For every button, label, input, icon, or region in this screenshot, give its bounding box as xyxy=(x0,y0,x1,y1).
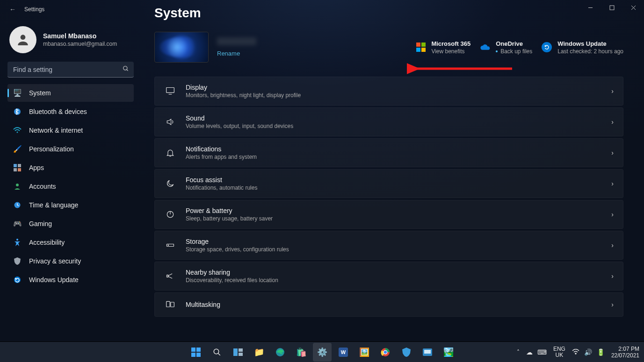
svg-rect-30 xyxy=(239,348,243,352)
gamepad-icon: 🎮 xyxy=(13,220,22,228)
svg-point-40 xyxy=(575,353,576,354)
image-viewer-icon[interactable]: 🖼️ xyxy=(355,343,374,362)
settings-item-moon[interactable]: Focus assistNotifications, automatic rul… xyxy=(154,169,623,198)
sidebar-item-personalization[interactable]: 🖌️ Personalization xyxy=(7,140,134,158)
pc-wallpaper-thumb xyxy=(154,32,209,63)
storage-icon xyxy=(165,240,175,250)
windows-update-info[interactable]: Windows Update Last checked: 2 hours ago xyxy=(542,40,623,55)
chrome-icon[interactable] xyxy=(376,343,395,362)
file-explorer-icon[interactable]: 📁 xyxy=(250,343,268,362)
word-icon[interactable]: W xyxy=(334,343,353,362)
bell-icon xyxy=(165,148,175,158)
sidebar-item-label: Windows Update xyxy=(29,276,79,284)
app-title: Settings xyxy=(24,6,44,13)
battery-tray-icon[interactable]: 🔋 xyxy=(597,348,605,356)
sidebar-item-label: Bluetooth & devices xyxy=(29,108,87,115)
settings-item-power[interactable]: Power & batterySleep, battery usage, bat… xyxy=(154,200,623,229)
card-title: Storage xyxy=(186,238,289,245)
display-icon xyxy=(165,86,175,96)
taskbar-search[interactable] xyxy=(208,343,226,362)
svg-line-6 xyxy=(127,70,128,71)
nav-list: 🖥️ System Bluetooth & devices Network & … xyxy=(7,84,134,289)
info-title: Microsoft 365 xyxy=(431,40,470,47)
sidebar-item-accounts[interactable]: Accounts xyxy=(7,177,134,195)
sidebar-item-label: Network & internet xyxy=(29,127,83,134)
svg-point-5 xyxy=(123,66,127,70)
pc-name-blurred xyxy=(217,37,256,45)
settings-item-multitask[interactable]: Multitasking› xyxy=(154,292,623,317)
quick-assist-icon[interactable] xyxy=(418,343,437,362)
settings-icon[interactable]: ⚙️ xyxy=(313,343,332,362)
svg-rect-31 xyxy=(239,353,243,356)
card-subtitle: Alerts from apps and system xyxy=(186,154,257,160)
photos-icon[interactable]: 🏞️ xyxy=(439,343,458,362)
language-indicator[interactable]: ENG UK xyxy=(553,346,565,358)
svg-point-8 xyxy=(17,132,18,133)
settings-item-sound[interactable]: SoundVolume levels, output, input, sound… xyxy=(154,107,623,136)
chevron-right-icon: › xyxy=(611,118,614,126)
back-button[interactable]: ← xyxy=(9,6,16,13)
accessibility-icon xyxy=(13,238,22,247)
page-title: System xyxy=(154,6,623,21)
volume-tray-icon[interactable]: 🔊 xyxy=(584,348,592,356)
sidebar-item-privacy[interactable]: Privacy & security xyxy=(7,252,134,270)
search-icon xyxy=(123,65,129,73)
taskbar-center: 📁 🛍️ ⚙️ W 🖼️ 🏞️ xyxy=(187,343,458,362)
wifi-tray-icon[interactable] xyxy=(572,348,579,356)
svg-text:W: W xyxy=(340,349,346,355)
svg-rect-10 xyxy=(18,164,21,167)
settings-item-bell[interactable]: NotificationsAlerts from apps and system… xyxy=(154,138,623,167)
svg-rect-25 xyxy=(166,301,170,307)
avatar xyxy=(9,26,36,53)
settings-item-storage[interactable]: StorageStorage space, drives, configurat… xyxy=(154,231,623,260)
svg-rect-11 xyxy=(14,168,17,171)
sidebar-item-gaming[interactable]: 🎮 Gaming xyxy=(7,215,134,233)
sidebar-item-apps[interactable]: Apps xyxy=(7,159,134,177)
svg-point-4 xyxy=(21,35,26,40)
task-view-button[interactable] xyxy=(229,343,247,362)
clock[interactable]: 2:07 PM 22/07/2021 xyxy=(611,346,639,359)
settings-item-display[interactable]: DisplayMonitors, brightness, night light… xyxy=(154,77,623,106)
start-button[interactable] xyxy=(187,343,205,362)
security-icon[interactable] xyxy=(397,343,416,362)
svg-rect-26 xyxy=(171,302,174,307)
sidebar-item-label: Accounts xyxy=(29,183,56,190)
close-button[interactable] xyxy=(622,0,644,15)
sidebar-item-label: Time & language xyxy=(29,201,78,209)
sidebar: Samuel Mbanaso mbanaso.samuel@gmail.com … xyxy=(7,26,134,289)
card-subtitle: Storage space, drives, configuration rul… xyxy=(186,246,289,253)
edge-icon[interactable] xyxy=(271,343,289,362)
sidebar-item-system[interactable]: 🖥️ System xyxy=(7,84,134,102)
sidebar-item-bluetooth[interactable]: Bluetooth & devices xyxy=(7,103,134,121)
card-title: Multitasking xyxy=(186,301,220,308)
card-title: Notifications xyxy=(186,145,257,153)
sidebar-item-accessibility[interactable]: Accessibility xyxy=(7,234,134,251)
sidebar-item-label: Personalization xyxy=(29,145,74,153)
svg-rect-9 xyxy=(14,164,17,167)
sidebar-item-time[interactable]: Time & language xyxy=(7,196,134,214)
settings-item-share[interactable]: Nearby sharingDiscoverability, received … xyxy=(154,262,623,291)
system-tray: ˄ ☁ ⌨ ENG UK 🔊 🔋 2:07 PM 22/07/2021 xyxy=(517,342,639,362)
info-sub: View benefits xyxy=(431,48,470,55)
system-icon: 🖥️ xyxy=(13,89,22,97)
chevron-right-icon: › xyxy=(611,211,614,218)
chevron-right-icon: › xyxy=(611,272,614,280)
card-subtitle: Monitors, brightness, night light, displ… xyxy=(186,92,301,99)
onedrive-tray-icon[interactable]: ☁ xyxy=(526,348,533,356)
onedrive-info[interactable]: OneDrive Back up files xyxy=(480,40,532,55)
svg-point-27 xyxy=(214,349,219,354)
sidebar-item-network[interactable]: Network & internet xyxy=(7,121,134,139)
keyboard-tray-icon[interactable]: ⌨ xyxy=(537,348,547,356)
wifi-icon xyxy=(13,126,22,135)
profile-block[interactable]: Samuel Mbanaso mbanaso.samuel@gmail.com xyxy=(7,26,134,53)
rename-link[interactable]: Rename xyxy=(217,50,256,57)
sidebar-item-update[interactable]: Windows Update xyxy=(7,271,134,289)
tray-chevron-icon[interactable]: ˄ xyxy=(517,349,520,355)
card-subtitle: Sleep, battery usage, battery saver xyxy=(186,215,273,222)
share-icon xyxy=(165,271,175,281)
store-icon[interactable]: 🛍️ xyxy=(292,343,311,362)
search-input[interactable] xyxy=(7,62,134,78)
brush-icon: 🖌️ xyxy=(13,145,22,153)
bluetooth-icon xyxy=(13,107,22,116)
microsoft-365-info[interactable]: Microsoft 365 View benefits xyxy=(416,40,470,55)
